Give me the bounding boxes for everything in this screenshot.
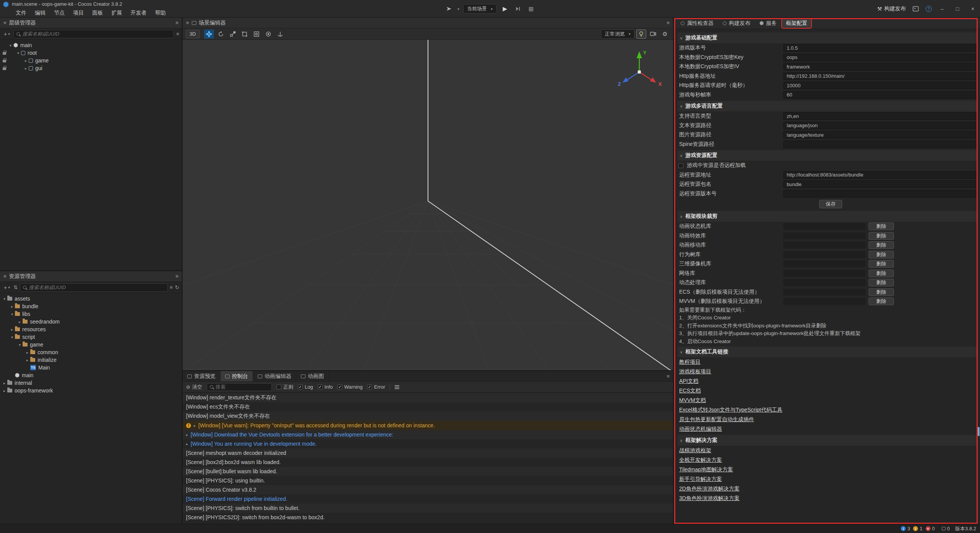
checkbox[interactable] <box>276 384 281 389</box>
panel-menu-icon[interactable]: ≡ <box>666 20 670 26</box>
server-badge[interactable]: 0 <box>942 526 950 531</box>
module-input[interactable] <box>783 260 866 267</box>
log-row[interactable]: [Scene] meshopt wasm decoder initialized <box>183 448 673 458</box>
rotate-tool-button[interactable] <box>216 29 226 39</box>
hierarchy-search-input[interactable] <box>22 31 171 37</box>
doc-link[interactable]: ECS文档 <box>678 386 977 396</box>
inspector-tab[interactable]: 服务 <box>756 19 781 28</box>
field-input[interactable]: 1.0.5 <box>783 44 977 52</box>
scene-viewport[interactable]: Y X Z <box>183 40 673 370</box>
inspector-tab[interactable]: 框架配置 <box>782 19 811 28</box>
field-input[interactable]: bundle <box>783 180 977 188</box>
expand-arrow-icon[interactable]: ▸ <box>194 423 196 428</box>
tree-row[interactable]: ▸initialize <box>0 356 182 364</box>
chevron-right-icon[interactable]: ▸ <box>9 304 15 309</box>
module-input[interactable] <box>783 279 866 286</box>
field-input[interactable]: 10000 <box>783 82 977 89</box>
chevron-right-icon[interactable]: ▸ <box>2 381 7 385</box>
checkbox[interactable]: ✓ <box>298 384 303 389</box>
checkbox[interactable]: ✓ <box>367 384 372 389</box>
panel-menu-icon[interactable]: ≡ <box>666 373 670 379</box>
field-input[interactable]: zh,en <box>783 112 977 120</box>
doc-link[interactable]: API文档 <box>678 376 977 386</box>
close-button[interactable]: × <box>968 6 978 12</box>
tree-row[interactable]: ▾script <box>0 333 182 341</box>
inspector-tab[interactable]: 构建发布 <box>719 19 754 28</box>
console-search-input[interactable] <box>216 384 269 390</box>
section-header[interactable]: ∨游戏资源配置 <box>678 150 977 161</box>
field-input[interactable] <box>783 190 977 198</box>
log-row[interactable]: [Scene] Forward render pipeline initiali… <box>183 494 673 504</box>
checkbox[interactable] <box>678 163 683 168</box>
mode-3d-button[interactable]: 3D <box>186 30 200 38</box>
scale-tool-button[interactable] <box>228 29 238 39</box>
scene-select[interactable]: 当前场景 ▾ <box>463 4 497 13</box>
tree-row[interactable]: main <box>0 371 182 379</box>
doc-link[interactable]: 3D角色扮演游戏解决方案 <box>678 494 977 503</box>
field-input[interactable]: language/json <box>783 122 977 129</box>
tree-row[interactable]: ▾game <box>0 341 182 348</box>
chevron-right-icon[interactable]: ▸ <box>24 350 30 355</box>
doc-link[interactable]: 全栈开发解决方案 <box>678 455 977 465</box>
log-row[interactable]: [Scene] Cocos Creator v3.8.2 <box>183 485 673 494</box>
axis-gizmo[interactable]: Y X Z <box>609 47 670 97</box>
section-header[interactable]: ∨游戏多语言配置 <box>678 101 977 111</box>
log-row[interactable]: [Scene] [PHYSICS]: switch from builtin t… <box>183 504 673 513</box>
layout-grid-icon[interactable]: ⊞ <box>526 4 536 13</box>
section-header[interactable]: ∨框架解决方案 <box>678 435 977 446</box>
module-input[interactable] <box>783 289 866 296</box>
log-row[interactable]: ▸[Window] Download the Vue Devtools exte… <box>183 430 673 439</box>
tree-row[interactable]: ▸common <box>0 348 182 356</box>
log-row[interactable]: [Window] model_view文件夹不存在 <box>183 412 673 421</box>
collapse-logs-icon[interactable] <box>395 385 399 389</box>
menu-item[interactable]: 项目 <box>69 8 88 17</box>
log-row[interactable]: [Scene] [PHYSICS]: using builtin. <box>183 476 673 485</box>
filter-toggle[interactable]: 正则 <box>276 384 293 391</box>
scene-light-icon[interactable] <box>636 29 646 39</box>
delete-button[interactable]: 删除 <box>869 279 894 286</box>
chevron-right-icon[interactable]: ▸ <box>9 327 15 332</box>
coordinate-toggle-button[interactable] <box>275 29 285 39</box>
chevron-right-icon[interactable]: ▸ <box>23 59 29 63</box>
menu-item[interactable]: 编辑 <box>31 8 49 17</box>
delete-button[interactable]: 删除 <box>869 251 894 258</box>
step-button[interactable] <box>513 4 523 13</box>
delete-button[interactable]: 删除 <box>869 241 894 249</box>
field-input[interactable]: framework <box>783 63 977 70</box>
filter-toggle[interactable]: ✓Info <box>318 384 333 390</box>
assets-search-box[interactable] <box>20 283 167 292</box>
chevron-down-icon[interactable]: ▾ <box>2 297 7 301</box>
chevron-right-icon[interactable]: ▸ <box>17 320 23 324</box>
doc-link[interactable]: 游戏模板项目 <box>678 367 977 376</box>
hierarchy-search-box[interactable] <box>13 30 174 38</box>
tree-row[interactable]: ▸seedrandom <box>0 318 182 325</box>
chevron-right-icon[interactable]: ▸ <box>23 66 29 70</box>
filter-toggle[interactable]: ✓Warning <box>337 384 363 390</box>
chevron-down-icon[interactable]: ▾ <box>17 343 23 347</box>
section-header[interactable]: ∨游戏基础配置 <box>678 33 977 43</box>
menu-item[interactable]: 文件 <box>12 8 30 17</box>
log-row[interactable]: ▸[Window] You are running Vue in develop… <box>183 439 673 448</box>
inspector-tab[interactable]: 属性检查器 <box>677 19 717 28</box>
tree-row[interactable]: ▾root <box>0 49 182 57</box>
build-publish-button[interactable]: ⚒ 构建发布 <box>877 5 906 12</box>
expand-arrow-icon[interactable]: ▸ <box>186 442 188 446</box>
module-input[interactable] <box>783 232 866 239</box>
add-asset-button[interactable]: + ▾ <box>3 284 11 291</box>
field-input[interactable]: oops <box>783 54 977 61</box>
delete-button[interactable]: 删除 <box>869 222 894 230</box>
play-button[interactable]: ▶ <box>500 4 510 13</box>
doc-link[interactable]: Excel格式转Json文件与TypeScript代码工具 <box>678 405 977 415</box>
menu-item[interactable]: 帮助 <box>151 8 170 17</box>
field-input[interactable]: 60 <box>783 91 977 99</box>
scene-settings-gear-icon[interactable]: ⚙ <box>660 29 670 39</box>
module-input[interactable] <box>783 298 866 305</box>
doc-link[interactable]: 2D角色扮演游戏解决方案 <box>678 484 977 494</box>
field-input[interactable]: http://localhost:8083/assets/bundle <box>783 171 977 179</box>
tree-row[interactable]: ▸game <box>0 57 182 64</box>
module-input[interactable] <box>783 242 866 249</box>
minimize-button[interactable]: – <box>937 6 947 12</box>
preview-target-icon[interactable] <box>444 4 454 13</box>
refresh-icon[interactable]: ↻ <box>175 284 179 290</box>
delete-button[interactable]: 删除 <box>869 298 894 305</box>
